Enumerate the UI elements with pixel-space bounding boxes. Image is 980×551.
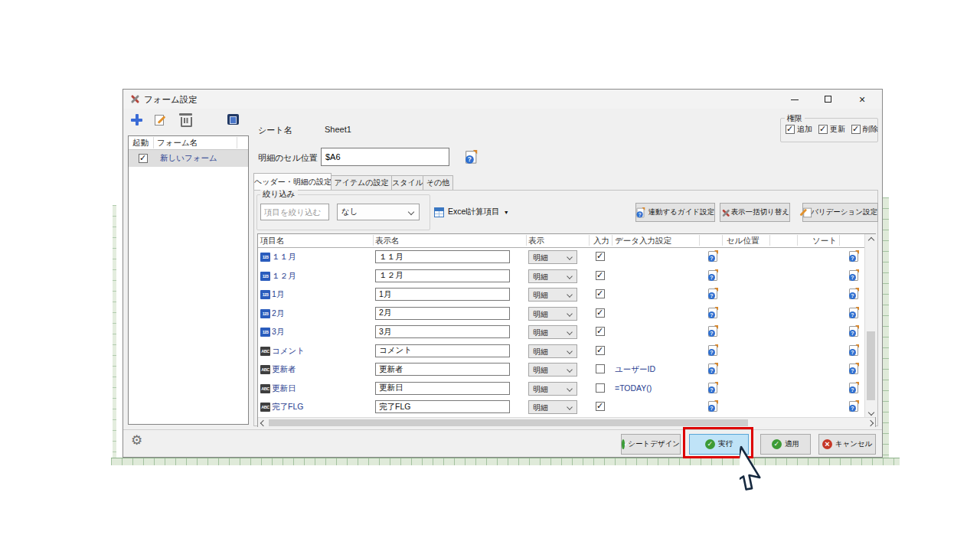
tab-style[interactable]: スタイル bbox=[391, 175, 423, 190]
action-linked-guide-settings-button[interactable]: 連動するガイド設定 bbox=[635, 203, 715, 222]
data-entry-guide-icon[interactable] bbox=[708, 364, 717, 374]
sort-guide-icon[interactable] bbox=[849, 326, 858, 337]
display-name-input[interactable] bbox=[375, 382, 510, 395]
display-mode-select[interactable]: 明細 bbox=[528, 325, 577, 339]
input-checkbox[interactable] bbox=[596, 383, 605, 393]
horizontal-scroll-thumb[interactable] bbox=[269, 419, 748, 426]
input-checkbox[interactable] bbox=[596, 346, 605, 355]
filter-input[interactable] bbox=[260, 204, 329, 220]
data-entry-guide-icon[interactable] bbox=[708, 326, 717, 337]
sort-guide-icon[interactable] bbox=[849, 383, 858, 393]
sheet-design-button[interactable]: シートデザイン bbox=[621, 434, 681, 455]
column-separator bbox=[699, 235, 700, 246]
chevron-down-icon bbox=[567, 404, 573, 410]
scroll-left-button[interactable] bbox=[258, 418, 268, 427]
input-checkbox[interactable] bbox=[596, 271, 605, 280]
table-row: ABCコメント明細 bbox=[258, 342, 863, 360]
close-button[interactable] bbox=[851, 93, 874, 106]
sort-guide-icon[interactable] bbox=[849, 289, 858, 299]
gear-icon[interactable]: ⚙ bbox=[131, 434, 142, 448]
permission-delete-checkbox[interactable] bbox=[851, 125, 861, 134]
excel-calc-item-label: Excel計算項目 bbox=[448, 207, 500, 217]
scroll-up-button[interactable] bbox=[866, 235, 876, 244]
data-entry-guide-icon[interactable] bbox=[708, 270, 717, 281]
table-row: 1232月明細 bbox=[258, 305, 863, 323]
sort-guide-icon[interactable] bbox=[849, 364, 858, 374]
vertical-scroll-thumb[interactable] bbox=[867, 331, 875, 400]
data-entry-guide-icon[interactable] bbox=[708, 345, 717, 356]
edit-icon bbox=[803, 207, 808, 218]
display-name-input[interactable] bbox=[375, 363, 510, 376]
horizontal-scrollbar[interactable] bbox=[258, 417, 875, 427]
permission-update-checkbox[interactable] bbox=[818, 125, 828, 134]
display-mode-select[interactable]: 明細 bbox=[528, 269, 577, 283]
launch-checkbox[interactable] bbox=[139, 154, 148, 163]
excel-calc-item-button[interactable]: Excel計算項目 ▼ bbox=[434, 205, 509, 219]
column-header-4: データ入力設定 bbox=[615, 236, 671, 246]
sort-guide-icon[interactable] bbox=[849, 345, 858, 356]
input-checkbox[interactable] bbox=[596, 252, 605, 261]
form-list-row-selected[interactable]: 新しいフォーム bbox=[129, 150, 248, 167]
numeric-field-icon: 123 bbox=[260, 253, 270, 262]
column-header-0: 項目名 bbox=[260, 236, 285, 246]
detail-cell-position-input[interactable] bbox=[321, 148, 449, 166]
cell-position-guide-icon[interactable] bbox=[466, 151, 476, 164]
add-form-button[interactable] bbox=[131, 114, 145, 128]
title-bar[interactable]: フォーム設定 bbox=[123, 90, 882, 109]
data-entry-guide-icon[interactable] bbox=[708, 401, 717, 412]
input-checkbox[interactable] bbox=[596, 308, 605, 318]
action-bulk-display-toggle-button[interactable]: 表示一括切り替え bbox=[720, 203, 790, 222]
item-name: 1月 bbox=[272, 289, 284, 300]
display-name-input[interactable] bbox=[375, 250, 510, 263]
permission-update-label: 更新 bbox=[830, 124, 845, 135]
sort-guide-icon[interactable] bbox=[849, 308, 858, 318]
data-entry-guide-icon[interactable] bbox=[708, 308, 717, 318]
edit-form-button[interactable] bbox=[155, 114, 168, 128]
display-mode-select[interactable]: 明細 bbox=[528, 344, 577, 358]
display-mode-select[interactable]: 明細 bbox=[528, 382, 577, 396]
input-checkbox[interactable] bbox=[596, 289, 605, 298]
tab-header-detail-settings[interactable]: ヘッダー・明細の設定 bbox=[253, 173, 332, 190]
form-list: 起動 フォーム名 新しいフォーム bbox=[128, 135, 249, 425]
display-name-input[interactable] bbox=[375, 400, 510, 413]
input-checkbox[interactable] bbox=[596, 327, 605, 336]
guide-icon bbox=[637, 207, 645, 217]
display-name-input[interactable] bbox=[375, 307, 510, 320]
form-settings-icon bbox=[129, 93, 141, 105]
data-entry-guide-icon[interactable] bbox=[708, 289, 717, 299]
scroll-down-button[interactable] bbox=[866, 407, 876, 416]
display-mode-select[interactable]: 明細 bbox=[528, 250, 577, 264]
numeric-field-icon: 123 bbox=[260, 272, 270, 281]
action-validation-settings-button[interactable]: バリデーション設定 bbox=[802, 203, 878, 222]
tab-other[interactable]: その他 bbox=[423, 175, 453, 190]
maximize-button[interactable] bbox=[817, 93, 840, 106]
display-mode-select[interactable]: 明細 bbox=[528, 288, 577, 302]
display-mode-select[interactable]: 明細 bbox=[528, 307, 577, 321]
scroll-right-button[interactable] bbox=[865, 418, 875, 427]
filter-dropdown-value: なし bbox=[341, 207, 358, 217]
display-name-input[interactable] bbox=[375, 325, 510, 338]
column-separator bbox=[526, 235, 527, 246]
data-entry-guide-icon[interactable] bbox=[708, 251, 717, 262]
data-entry-guide-icon[interactable] bbox=[708, 383, 717, 393]
sort-guide-icon[interactable] bbox=[849, 251, 858, 262]
minimize-button[interactable] bbox=[783, 93, 806, 106]
tab-bar: ヘッダー・明細の設定アイテムの設定スタイルその他 bbox=[253, 174, 452, 190]
cancel-button[interactable]: キャンセル bbox=[818, 434, 876, 455]
filter-dropdown[interactable]: なし bbox=[337, 204, 420, 220]
chevron-down-icon bbox=[567, 348, 573, 354]
display-name-input[interactable] bbox=[375, 269, 510, 282]
delete-form-button[interactable] bbox=[180, 114, 194, 128]
display-name-input[interactable] bbox=[375, 288, 510, 301]
sort-guide-icon[interactable] bbox=[849, 401, 858, 412]
input-checkbox[interactable] bbox=[596, 364, 605, 373]
tab-item-settings[interactable]: アイテムの設定 bbox=[331, 175, 392, 190]
display-name-input[interactable] bbox=[375, 344, 510, 357]
permission-add-checkbox[interactable] bbox=[786, 125, 795, 134]
display-mode-select[interactable]: 明細 bbox=[528, 363, 577, 377]
display-mode-select[interactable]: 明細 bbox=[528, 400, 577, 414]
vertical-scrollbar[interactable] bbox=[864, 234, 876, 417]
sort-guide-icon[interactable] bbox=[849, 270, 858, 281]
input-checkbox[interactable] bbox=[596, 402, 605, 411]
copy-to-book-button[interactable] bbox=[227, 114, 241, 128]
